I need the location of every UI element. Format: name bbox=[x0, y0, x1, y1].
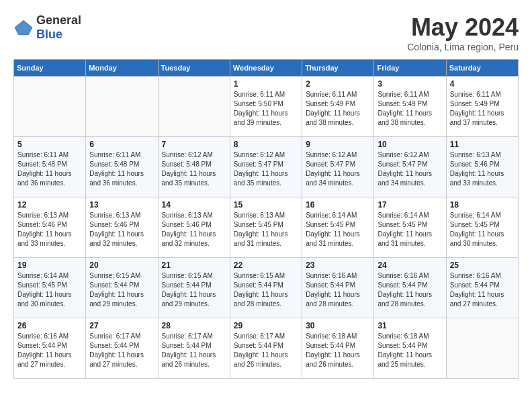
calendar-cell: 5Sunrise: 6:11 AM Sunset: 5:48 PM Daylig… bbox=[14, 137, 86, 197]
logo-general-text: General bbox=[36, 13, 81, 28]
calendar-cell: 4Sunrise: 6:11 AM Sunset: 5:49 PM Daylig… bbox=[446, 77, 518, 137]
logo: General Blue bbox=[13, 13, 81, 42]
day-number: 6 bbox=[89, 140, 154, 149]
location-subtitle: Colonia, Lima region, Peru bbox=[407, 42, 519, 52]
calendar-cell: 13Sunrise: 6:13 AM Sunset: 5:46 PM Dayli… bbox=[86, 197, 158, 258]
day-info: Sunrise: 6:14 AM Sunset: 5:45 PM Dayligh… bbox=[378, 211, 442, 248]
day-number: 19 bbox=[17, 261, 82, 270]
calendar-cell: 15Sunrise: 6:13 AM Sunset: 5:45 PM Dayli… bbox=[230, 197, 302, 258]
calendar-cell: 16Sunrise: 6:14 AM Sunset: 5:45 PM Dayli… bbox=[302, 197, 374, 258]
day-number: 15 bbox=[234, 200, 298, 210]
day-info: Sunrise: 6:13 AM Sunset: 5:45 PM Dayligh… bbox=[234, 211, 298, 248]
calendar-table: SundayMondayTuesdayWednesdayThursdayFrid… bbox=[13, 59, 519, 379]
calendar-cell: 6Sunrise: 6:11 AM Sunset: 5:48 PM Daylig… bbox=[86, 137, 158, 197]
day-number: 29 bbox=[234, 321, 298, 330]
day-info: Sunrise: 6:13 AM Sunset: 5:46 PM Dayligh… bbox=[17, 211, 82, 248]
day-number: 30 bbox=[306, 321, 370, 330]
header-cell-thursday: Thursday bbox=[302, 60, 374, 77]
day-info: Sunrise: 6:12 AM Sunset: 5:47 PM Dayligh… bbox=[378, 150, 442, 188]
calendar-cell: 2Sunrise: 6:11 AM Sunset: 5:49 PM Daylig… bbox=[302, 77, 374, 137]
title-block: May 2024 Colonia, Lima region, Peru bbox=[407, 13, 519, 52]
header-row: SundayMondayTuesdayWednesdayThursdayFrid… bbox=[14, 60, 519, 77]
calendar-cell: 8Sunrise: 6:12 AM Sunset: 5:47 PM Daylig… bbox=[230, 137, 302, 197]
calendar-week-5: 26Sunrise: 6:16 AM Sunset: 5:44 PM Dayli… bbox=[14, 318, 519, 379]
day-info: Sunrise: 6:14 AM Sunset: 5:45 PM Dayligh… bbox=[450, 211, 515, 248]
day-info: Sunrise: 6:12 AM Sunset: 5:47 PM Dayligh… bbox=[234, 150, 298, 188]
header-cell-saturday: Saturday bbox=[446, 60, 518, 77]
day-info: Sunrise: 6:11 AM Sunset: 5:49 PM Dayligh… bbox=[450, 90, 515, 128]
day-info: Sunrise: 6:12 AM Sunset: 5:48 PM Dayligh… bbox=[162, 150, 226, 188]
day-info: Sunrise: 6:18 AM Sunset: 5:44 PM Dayligh… bbox=[378, 332, 442, 369]
calendar-cell: 28Sunrise: 6:17 AM Sunset: 5:44 PM Dayli… bbox=[158, 318, 230, 379]
calendar-cell bbox=[86, 77, 158, 137]
day-number: 22 bbox=[234, 261, 298, 270]
day-number: 14 bbox=[162, 200, 226, 210]
day-number: 7 bbox=[162, 140, 226, 149]
day-number: 28 bbox=[162, 321, 226, 330]
calendar-week-4: 19Sunrise: 6:14 AM Sunset: 5:45 PM Dayli… bbox=[14, 258, 519, 318]
day-info: Sunrise: 6:12 AM Sunset: 5:47 PM Dayligh… bbox=[306, 150, 370, 188]
calendar-cell: 18Sunrise: 6:14 AM Sunset: 5:45 PM Dayli… bbox=[446, 197, 518, 258]
day-info: Sunrise: 6:18 AM Sunset: 5:44 PM Dayligh… bbox=[306, 332, 370, 369]
page-header: General Blue May 2024 Colonia, Lima regi… bbox=[13, 13, 519, 52]
day-number: 9 bbox=[306, 140, 370, 149]
calendar-cell: 29Sunrise: 6:17 AM Sunset: 5:44 PM Dayli… bbox=[230, 318, 302, 379]
calendar-cell bbox=[158, 77, 230, 137]
day-info: Sunrise: 6:15 AM Sunset: 5:44 PM Dayligh… bbox=[234, 271, 298, 309]
calendar-cell: 14Sunrise: 6:13 AM Sunset: 5:46 PM Dayli… bbox=[158, 197, 230, 258]
day-info: Sunrise: 6:16 AM Sunset: 5:44 PM Dayligh… bbox=[378, 271, 442, 309]
day-number: 11 bbox=[450, 140, 515, 149]
calendar-cell: 11Sunrise: 6:13 AM Sunset: 5:46 PM Dayli… bbox=[446, 137, 518, 197]
calendar-cell: 7Sunrise: 6:12 AM Sunset: 5:48 PM Daylig… bbox=[158, 137, 230, 197]
calendar-cell: 19Sunrise: 6:14 AM Sunset: 5:45 PM Dayli… bbox=[14, 258, 86, 318]
calendar-cell: 1Sunrise: 6:11 AM Sunset: 5:50 PM Daylig… bbox=[230, 77, 302, 137]
header-cell-sunday: Sunday bbox=[14, 60, 86, 77]
day-info: Sunrise: 6:13 AM Sunset: 5:46 PM Dayligh… bbox=[450, 150, 515, 188]
day-number: 8 bbox=[234, 140, 298, 149]
day-info: Sunrise: 6:16 AM Sunset: 5:44 PM Dayligh… bbox=[306, 271, 370, 309]
calendar-cell: 21Sunrise: 6:15 AM Sunset: 5:44 PM Dayli… bbox=[158, 258, 230, 318]
day-number: 13 bbox=[89, 200, 154, 210]
calendar-header: SundayMondayTuesdayWednesdayThursdayFrid… bbox=[14, 60, 519, 77]
day-number: 26 bbox=[17, 321, 82, 330]
day-number: 18 bbox=[450, 200, 515, 210]
calendar-week-3: 12Sunrise: 6:13 AM Sunset: 5:46 PM Dayli… bbox=[14, 197, 519, 258]
day-number: 31 bbox=[378, 321, 442, 330]
day-info: Sunrise: 6:15 AM Sunset: 5:44 PM Dayligh… bbox=[162, 271, 226, 309]
calendar-cell: 3Sunrise: 6:11 AM Sunset: 5:49 PM Daylig… bbox=[374, 77, 446, 137]
header-cell-friday: Friday bbox=[374, 60, 446, 77]
day-info: Sunrise: 6:13 AM Sunset: 5:46 PM Dayligh… bbox=[89, 211, 154, 248]
day-number: 16 bbox=[306, 200, 370, 210]
calendar-body: 1Sunrise: 6:11 AM Sunset: 5:50 PM Daylig… bbox=[14, 77, 519, 379]
day-number: 5 bbox=[17, 140, 82, 149]
calendar-cell: 24Sunrise: 6:16 AM Sunset: 5:44 PM Dayli… bbox=[374, 258, 446, 318]
calendar-cell: 22Sunrise: 6:15 AM Sunset: 5:44 PM Dayli… bbox=[230, 258, 302, 318]
day-number: 17 bbox=[378, 200, 442, 210]
day-info: Sunrise: 6:16 AM Sunset: 5:44 PM Dayligh… bbox=[450, 271, 515, 309]
day-info: Sunrise: 6:14 AM Sunset: 5:45 PM Dayligh… bbox=[306, 211, 370, 248]
day-number: 10 bbox=[378, 140, 442, 149]
day-number: 12 bbox=[17, 200, 82, 210]
day-number: 27 bbox=[89, 321, 154, 330]
calendar-week-1: 1Sunrise: 6:11 AM Sunset: 5:50 PM Daylig… bbox=[14, 77, 519, 137]
header-cell-monday: Monday bbox=[86, 60, 158, 77]
header-cell-wednesday: Wednesday bbox=[230, 60, 302, 77]
calendar-week-2: 5Sunrise: 6:11 AM Sunset: 5:48 PM Daylig… bbox=[14, 137, 519, 197]
day-number: 23 bbox=[306, 261, 370, 270]
day-number: 4 bbox=[450, 79, 515, 89]
calendar-cell: 17Sunrise: 6:14 AM Sunset: 5:45 PM Dayli… bbox=[374, 197, 446, 258]
day-info: Sunrise: 6:11 AM Sunset: 5:49 PM Dayligh… bbox=[378, 90, 442, 128]
calendar-cell: 12Sunrise: 6:13 AM Sunset: 5:46 PM Dayli… bbox=[14, 197, 86, 258]
calendar-cell: 20Sunrise: 6:15 AM Sunset: 5:44 PM Dayli… bbox=[86, 258, 158, 318]
calendar-cell: 27Sunrise: 6:17 AM Sunset: 5:44 PM Dayli… bbox=[86, 318, 158, 379]
logo-blue-text: Blue bbox=[36, 28, 81, 42]
calendar-cell: 10Sunrise: 6:12 AM Sunset: 5:47 PM Dayli… bbox=[374, 137, 446, 197]
logo-text: General Blue bbox=[36, 13, 81, 42]
day-info: Sunrise: 6:14 AM Sunset: 5:45 PM Dayligh… bbox=[17, 271, 82, 309]
day-number: 3 bbox=[378, 79, 442, 89]
day-info: Sunrise: 6:17 AM Sunset: 5:44 PM Dayligh… bbox=[162, 332, 226, 369]
day-info: Sunrise: 6:15 AM Sunset: 5:44 PM Dayligh… bbox=[89, 271, 154, 309]
calendar-cell: 9Sunrise: 6:12 AM Sunset: 5:47 PM Daylig… bbox=[302, 137, 374, 197]
day-number: 2 bbox=[306, 79, 370, 89]
day-number: 21 bbox=[162, 261, 226, 270]
